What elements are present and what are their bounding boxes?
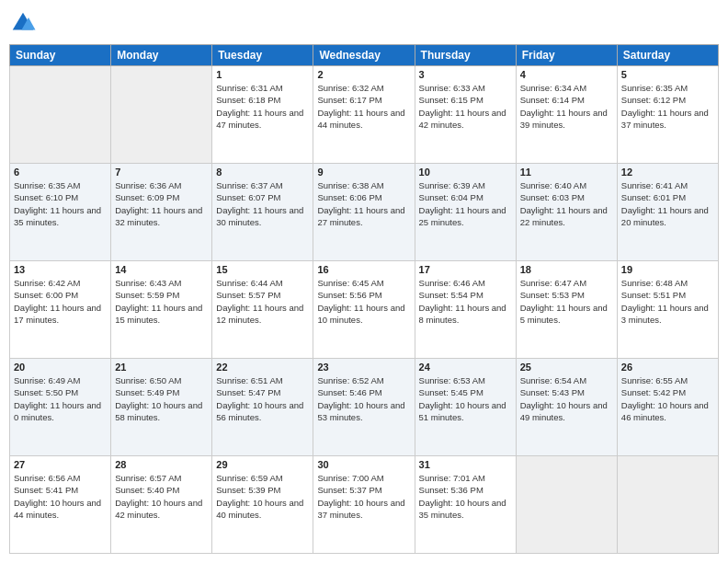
- day-info: Sunrise: 6:59 AMSunset: 5:39 PMDaylight:…: [216, 472, 309, 521]
- sunrise-text: Sunrise: 6:38 AM: [317, 179, 410, 191]
- sunset-text: Sunset: 5:56 PM: [317, 289, 410, 301]
- day-info: Sunrise: 6:43 AMSunset: 5:59 PMDaylight:…: [115, 277, 208, 326]
- day-info: Sunrise: 6:46 AMSunset: 5:54 PMDaylight:…: [419, 277, 512, 326]
- day-number: 4: [520, 69, 613, 80]
- daylight-text: Daylight: 11 hours and 22 minutes.: [520, 204, 613, 229]
- sunset-text: Sunset: 5:46 PM: [317, 386, 410, 398]
- day-info: Sunrise: 6:52 AMSunset: 5:46 PMDaylight:…: [317, 374, 410, 423]
- daylight-text: Daylight: 11 hours and 39 minutes.: [520, 107, 613, 132]
- sunset-text: Sunset: 6:15 PM: [419, 94, 512, 106]
- day-cell: 14Sunrise: 6:43 AMSunset: 5:59 PMDayligh…: [111, 261, 212, 359]
- sunset-text: Sunset: 5:39 PM: [216, 484, 309, 496]
- daylight-text: Daylight: 11 hours and 3 minutes.: [621, 302, 714, 327]
- day-info: Sunrise: 6:35 AMSunset: 6:10 PMDaylight:…: [14, 179, 107, 228]
- sunset-text: Sunset: 6:04 PM: [419, 191, 512, 203]
- day-cell: 25Sunrise: 6:54 AMSunset: 5:43 PMDayligh…: [516, 359, 617, 456]
- sunrise-text: Sunrise: 6:37 AM: [216, 179, 309, 191]
- day-cell: 9Sunrise: 6:38 AMSunset: 6:06 PMDaylight…: [313, 164, 415, 261]
- day-number: 15: [216, 264, 309, 275]
- sunrise-text: Sunrise: 6:52 AM: [317, 374, 410, 386]
- weekday-header-friday: Friday: [516, 45, 617, 66]
- day-cell: 6Sunrise: 6:35 AMSunset: 6:10 PMDaylight…: [10, 164, 111, 261]
- week-row-4: 20Sunrise: 6:49 AMSunset: 5:50 PMDayligh…: [10, 359, 719, 456]
- sunset-text: Sunset: 5:50 PM: [14, 386, 107, 398]
- sunrise-text: Sunrise: 6:53 AM: [419, 374, 512, 386]
- daylight-text: Daylight: 11 hours and 12 minutes.: [216, 302, 309, 327]
- day-number: 18: [520, 264, 613, 275]
- day-number: 16: [317, 264, 410, 275]
- sunset-text: Sunset: 5:45 PM: [419, 386, 512, 398]
- daylight-text: Daylight: 10 hours and 35 minutes.: [419, 497, 512, 522]
- sunrise-text: Sunrise: 6:35 AM: [14, 179, 107, 191]
- day-cell: 28Sunrise: 6:57 AMSunset: 5:40 PMDayligh…: [111, 456, 212, 554]
- daylight-text: Daylight: 10 hours and 46 minutes.: [621, 399, 714, 424]
- sunset-text: Sunset: 6:18 PM: [216, 94, 309, 106]
- day-info: Sunrise: 6:48 AMSunset: 5:51 PMDaylight:…: [621, 277, 714, 326]
- daylight-text: Daylight: 10 hours and 56 minutes.: [216, 399, 309, 424]
- daylight-text: Daylight: 11 hours and 0 minutes.: [14, 399, 107, 424]
- day-number: 28: [115, 459, 208, 470]
- sunrise-text: Sunrise: 6:35 AM: [621, 82, 714, 94]
- daylight-text: Daylight: 11 hours and 30 minutes.: [216, 204, 309, 229]
- day-number: 30: [317, 459, 410, 470]
- day-number: 2: [317, 69, 410, 80]
- day-number: 23: [317, 362, 410, 373]
- sunrise-text: Sunrise: 6:43 AM: [115, 277, 208, 289]
- day-info: Sunrise: 6:39 AMSunset: 6:04 PMDaylight:…: [419, 179, 512, 228]
- sunset-text: Sunset: 5:53 PM: [520, 289, 613, 301]
- sunset-text: Sunset: 6:17 PM: [317, 94, 410, 106]
- sunrise-text: Sunrise: 6:42 AM: [14, 277, 107, 289]
- sunset-text: Sunset: 5:41 PM: [14, 484, 107, 496]
- sunrise-text: Sunrise: 6:56 AM: [14, 472, 107, 484]
- weekday-header-thursday: Thursday: [415, 45, 516, 66]
- day-cell: [111, 66, 212, 164]
- day-number: 8: [216, 167, 309, 178]
- sunset-text: Sunset: 6:10 PM: [14, 191, 107, 203]
- sunset-text: Sunset: 5:47 PM: [216, 386, 309, 398]
- sunset-text: Sunset: 5:59 PM: [115, 289, 208, 301]
- sunrise-text: Sunrise: 6:57 AM: [115, 472, 208, 484]
- day-cell: 17Sunrise: 6:46 AMSunset: 5:54 PMDayligh…: [415, 261, 516, 359]
- day-info: Sunrise: 6:31 AMSunset: 6:18 PMDaylight:…: [216, 82, 309, 131]
- daylight-text: Daylight: 11 hours and 10 minutes.: [317, 302, 410, 327]
- day-info: Sunrise: 6:34 AMSunset: 6:14 PMDaylight:…: [520, 82, 613, 131]
- logo-icon: [9, 9, 37, 37]
- day-cell: 7Sunrise: 6:36 AMSunset: 6:09 PMDaylight…: [111, 164, 212, 261]
- page: SundayMondayTuesdayWednesdayThursdayFrid…: [0, 0, 728, 563]
- sunset-text: Sunset: 5:51 PM: [621, 289, 714, 301]
- day-number: 29: [216, 459, 309, 470]
- weekday-header-tuesday: Tuesday: [212, 45, 313, 66]
- sunset-text: Sunset: 5:49 PM: [115, 386, 208, 398]
- day-info: Sunrise: 6:37 AMSunset: 6:07 PMDaylight:…: [216, 179, 309, 228]
- daylight-text: Daylight: 11 hours and 27 minutes.: [317, 204, 410, 229]
- daylight-text: Daylight: 11 hours and 8 minutes.: [419, 302, 512, 327]
- day-number: 5: [621, 69, 714, 80]
- day-cell: 8Sunrise: 6:37 AMSunset: 6:07 PMDaylight…: [212, 164, 313, 261]
- daylight-text: Daylight: 10 hours and 42 minutes.: [115, 497, 208, 522]
- day-info: Sunrise: 6:54 AMSunset: 5:43 PMDaylight:…: [520, 374, 613, 423]
- sunset-text: Sunset: 6:07 PM: [216, 191, 309, 203]
- sunrise-text: Sunrise: 6:46 AM: [419, 277, 512, 289]
- day-cell: 20Sunrise: 6:49 AMSunset: 5:50 PMDayligh…: [10, 359, 111, 456]
- day-number: 24: [419, 362, 512, 373]
- day-number: 22: [216, 362, 309, 373]
- sunset-text: Sunset: 5:40 PM: [115, 484, 208, 496]
- day-cell: 16Sunrise: 6:45 AMSunset: 5:56 PMDayligh…: [313, 261, 415, 359]
- day-number: 20: [14, 362, 107, 373]
- sunrise-text: Sunrise: 6:49 AM: [14, 374, 107, 386]
- calendar: SundayMondayTuesdayWednesdayThursdayFrid…: [9, 44, 719, 554]
- day-cell: 23Sunrise: 6:52 AMSunset: 5:46 PMDayligh…: [313, 359, 415, 456]
- sunset-text: Sunset: 6:00 PM: [14, 289, 107, 301]
- day-cell: [10, 66, 111, 164]
- week-row-5: 27Sunrise: 6:56 AMSunset: 5:41 PMDayligh…: [10, 456, 719, 554]
- day-number: 17: [419, 264, 512, 275]
- daylight-text: Daylight: 10 hours and 51 minutes.: [419, 399, 512, 424]
- day-number: 7: [115, 167, 208, 178]
- day-cell: 12Sunrise: 6:41 AMSunset: 6:01 PMDayligh…: [617, 164, 718, 261]
- day-info: Sunrise: 7:01 AMSunset: 5:36 PMDaylight:…: [419, 472, 512, 521]
- day-cell: 30Sunrise: 7:00 AMSunset: 5:37 PMDayligh…: [313, 456, 415, 554]
- sunrise-text: Sunrise: 6:51 AM: [216, 374, 309, 386]
- daylight-text: Daylight: 10 hours and 44 minutes.: [14, 497, 107, 522]
- sunset-text: Sunset: 6:14 PM: [520, 94, 613, 106]
- header: [9, 9, 719, 37]
